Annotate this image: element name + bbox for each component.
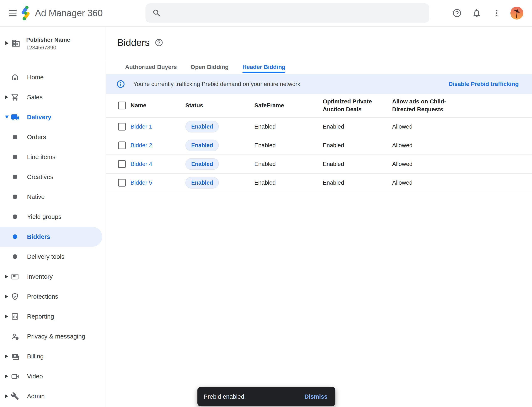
sidebar-item-video[interactable]: Video — [0, 366, 106, 386]
bullet-icon — [13, 175, 17, 179]
safeframe-value: Enabled — [254, 142, 276, 149]
sidebar-item-label: Sales — [27, 94, 43, 101]
sidebar-item-native[interactable]: Native — [0, 187, 106, 207]
expand-right-icon[interactable] — [5, 354, 8, 358]
publisher-selector[interactable]: Publisher Name 1234567890 — [0, 27, 106, 60]
expand-right-icon[interactable] — [5, 315, 8, 318]
bidder-link[interactable]: Bidder 4 — [130, 161, 152, 167]
sidebar-item-label: Delivery tools — [27, 253, 64, 260]
sidebar-item-label: Line items — [27, 153, 56, 161]
sidebar-item-bidders[interactable]: Bidders — [0, 227, 102, 247]
sidebar-item-label: Home — [27, 74, 44, 81]
banner-message: You’re currently trafficking Prebid dema… — [133, 81, 300, 87]
help-button[interactable] — [450, 6, 464, 20]
info-banner: You’re currently trafficking Prebid dema… — [106, 74, 532, 94]
tab-header-bidding[interactable]: Header Bidding — [242, 61, 285, 73]
sidebar-item-label: Creatives — [27, 173, 53, 180]
sidebar-item-billing[interactable]: Billing — [0, 346, 106, 366]
sidebar-item-creatives[interactable]: Creatives — [0, 167, 106, 187]
sidebar-item-label: Protections — [27, 293, 58, 300]
sidebar-item-protections[interactable]: Protections — [0, 287, 106, 306]
expand-right-icon[interactable] — [5, 374, 8, 378]
tab-open-bidding[interactable]: Open Bidding — [191, 61, 229, 73]
expand-right-icon[interactable] — [5, 275, 8, 278]
expand-publisher-icon[interactable] — [5, 41, 8, 45]
global-search[interactable] — [145, 3, 429, 23]
safeframe-value: Enabled — [254, 180, 276, 186]
notifications-button[interactable] — [470, 6, 484, 20]
main-content: Bidders Authorized BuyersOpen BiddingHea… — [106, 27, 532, 407]
tab-label: Header Bidding — [242, 64, 285, 70]
sidebar-item-delivery[interactable]: Delivery — [0, 107, 106, 127]
optimized-private-auction-deals-value: Enabled — [323, 180, 344, 186]
table-row: Bidder 4EnabledEnabledEnabledAllowed — [106, 155, 532, 174]
column-header-optimized-private-auction-deals: Optimized PrivateAuction Deals — [323, 98, 372, 113]
bullet-icon — [13, 235, 17, 239]
tab-authorized-buyers[interactable]: Authorized Buyers — [125, 61, 177, 73]
status-chip: Enabled — [185, 177, 219, 188]
optimized-private-auction-deals-value: Enabled — [323, 123, 344, 130]
sidebar-item-yield-groups[interactable]: Yield groups — [0, 207, 106, 227]
inventory-icon — [11, 273, 19, 281]
page-title: Bidders — [117, 37, 150, 48]
palm-tree-image — [511, 8, 523, 19]
sidebar-item-home[interactable]: Home — [0, 67, 106, 87]
bidder-link[interactable]: Bidder 2 — [130, 142, 152, 149]
collapse-down-icon[interactable] — [5, 116, 9, 119]
sidebar-item-label: Delivery — [27, 114, 51, 121]
search-icon — [152, 8, 161, 18]
row-checkbox[interactable] — [118, 142, 126, 149]
sidebar-item-delivery-tools[interactable]: Delivery tools — [0, 247, 106, 267]
toast-dismiss-button[interactable]: Dismiss — [305, 393, 328, 400]
expand-right-icon[interactable] — [5, 394, 8, 398]
sidebar-item-label: Video — [27, 373, 43, 380]
safeframe-value: Enabled — [254, 161, 276, 167]
tab-label: Open Bidding — [191, 64, 229, 70]
expand-right-icon[interactable] — [5, 295, 8, 298]
column-header-name: Name — [130, 102, 146, 110]
disable-prebid-link[interactable]: Disable Prebid trafficking — [448, 81, 519, 87]
bidder-link[interactable]: Bidder 1 — [130, 123, 152, 130]
bullet-icon — [13, 155, 17, 159]
sidebar-item-line-items[interactable]: Line items — [0, 147, 106, 167]
kebab-menu-icon — [492, 9, 501, 17]
select-all-checkbox[interactable] — [118, 102, 126, 110]
bullet-icon — [13, 214, 17, 219]
table-header: NameStatusSafeFrameOptimized PrivateAuct… — [106, 94, 532, 117]
page-help-icon[interactable] — [155, 38, 163, 47]
row-checkbox[interactable] — [118, 160, 126, 168]
more-options-button[interactable] — [490, 6, 504, 20]
shield-icon — [11, 292, 19, 301]
account-avatar[interactable] — [510, 7, 523, 20]
sidebar-item-label: Reporting — [27, 313, 54, 320]
search-input[interactable] — [168, 9, 423, 17]
sidebar-item-orders[interactable]: Orders — [0, 127, 106, 147]
building-icon — [11, 39, 20, 48]
row-checkbox[interactable] — [118, 123, 126, 131]
status-chip: Enabled — [185, 158, 219, 170]
sidebar-item-reporting[interactable]: Reporting — [0, 306, 106, 326]
sidebar-nav: HomeSalesDeliveryOrdersLine itemsCreativ… — [0, 67, 106, 406]
bullet-icon — [13, 135, 17, 139]
allow-child-directed-value: Allowed — [392, 161, 412, 167]
sidebar-item-sales[interactable]: Sales — [0, 87, 106, 107]
table-row: Bidder 1EnabledEnabledEnabledAllowed — [106, 117, 532, 136]
sidebar-item-label: Orders — [27, 133, 46, 141]
truck-icon — [11, 113, 19, 121]
bidder-link[interactable]: Bidder 5 — [130, 180, 152, 186]
sidebar-item-admin[interactable]: Admin — [0, 386, 106, 406]
expand-right-icon[interactable] — [5, 95, 8, 99]
sidebar-item-inventory[interactable]: Inventory — [0, 267, 106, 287]
report-icon — [11, 312, 19, 321]
status-chip: Enabled — [185, 140, 219, 151]
cart-icon — [11, 93, 19, 101]
info-icon — [116, 80, 125, 88]
row-checkbox[interactable] — [118, 179, 126, 187]
app-header: Ad Manager 360 — [0, 0, 532, 27]
billing-icon — [11, 352, 19, 360]
sidebar: Publisher Name 1234567890 HomeSalesDeliv… — [0, 27, 106, 407]
sidebar-item-privacy-messaging[interactable]: Privacy & messaging — [0, 326, 106, 346]
hamburger-menu-icon[interactable] — [8, 8, 18, 18]
sidebar-item-label: Bidders — [27, 233, 50, 240]
app-title: Ad Manager 360 — [35, 0, 103, 26]
